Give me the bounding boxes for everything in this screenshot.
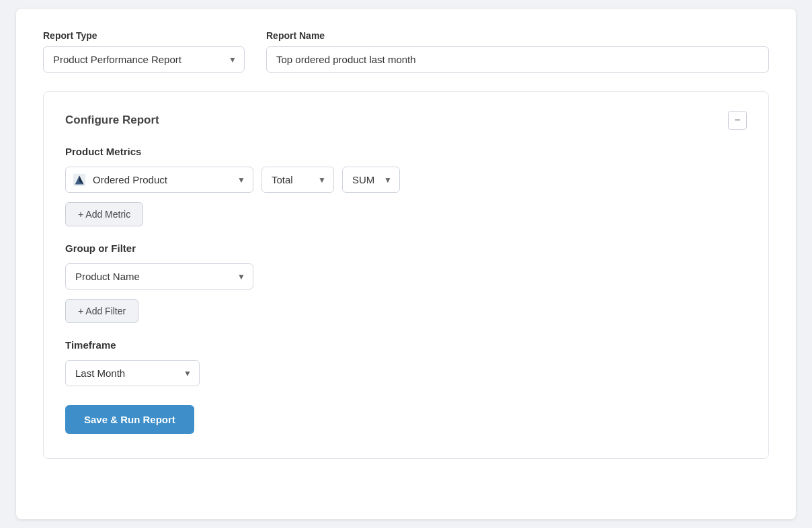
collapse-button[interactable]: − [728, 111, 747, 130]
collapse-icon: − [734, 115, 740, 126]
total-select-wrapper: Total Average Count ▼ [261, 167, 334, 193]
save-run-button[interactable]: Save & Run Report [65, 405, 194, 434]
add-filter-label: + Add Filter [78, 306, 126, 316]
metric-type-select[interactable]: Ordered Product Shipped Product Returned… [65, 167, 253, 193]
timeframe-select[interactable]: Last Month Last Week Last 3 Months Last … [65, 360, 200, 386]
report-type-label: Report Type [43, 30, 245, 41]
configure-header: Configure Report − [65, 111, 747, 130]
add-metric-label: + Add Metric [78, 209, 130, 220]
group-filter-select[interactable]: Product Name Category Brand [65, 263, 253, 290]
group-filter-label: Group or Filter [65, 243, 747, 254]
report-type-select-wrapper: Product Performance Report Sales Report … [43, 46, 245, 73]
product-metrics-section: Product Metrics Ordered Product Shipped … [65, 146, 747, 226]
configure-title: Configure Report [65, 114, 159, 127]
report-name-label: Report Name [266, 30, 769, 41]
save-run-label: Save & Run Report [84, 414, 175, 425]
add-filter-button[interactable]: + Add Filter [65, 299, 138, 323]
configure-section: Configure Report − Product Metrics [43, 91, 769, 459]
timeframe-label: Timeframe [65, 339, 747, 351]
page-container: Report Type Product Performance Report S… [16, 9, 796, 519]
add-metric-button[interactable]: + Add Metric [65, 202, 143, 226]
report-name-group: Report Name [266, 30, 769, 73]
metrics-row: Ordered Product Shipped Product Returned… [65, 167, 747, 193]
product-metrics-label: Product Metrics [65, 146, 747, 157]
timeframe-section: Timeframe Last Month Last Week Last 3 Mo… [65, 339, 747, 386]
report-name-input[interactable] [266, 46, 769, 73]
metric-select-wrapper: Ordered Product Shipped Product Returned… [65, 167, 253, 193]
top-row: Report Type Product Performance Report S… [43, 30, 769, 73]
report-type-group: Report Type Product Performance Report S… [43, 30, 245, 73]
group-filter-select-wrapper: Product Name Category Brand ▼ [65, 263, 253, 290]
group-filter-row: Product Name Category Brand ▼ [65, 263, 747, 290]
timeframe-select-wrapper: Last Month Last Week Last 3 Months Last … [65, 360, 200, 386]
total-select[interactable]: Total Average Count [261, 167, 334, 193]
report-type-select[interactable]: Product Performance Report Sales Report … [43, 46, 245, 73]
sum-select-wrapper: SUM AVG MIN MAX ▼ [342, 167, 400, 193]
sum-select[interactable]: SUM AVG MIN MAX [342, 167, 400, 193]
group-filter-section: Group or Filter Product Name Category Br… [65, 243, 747, 323]
